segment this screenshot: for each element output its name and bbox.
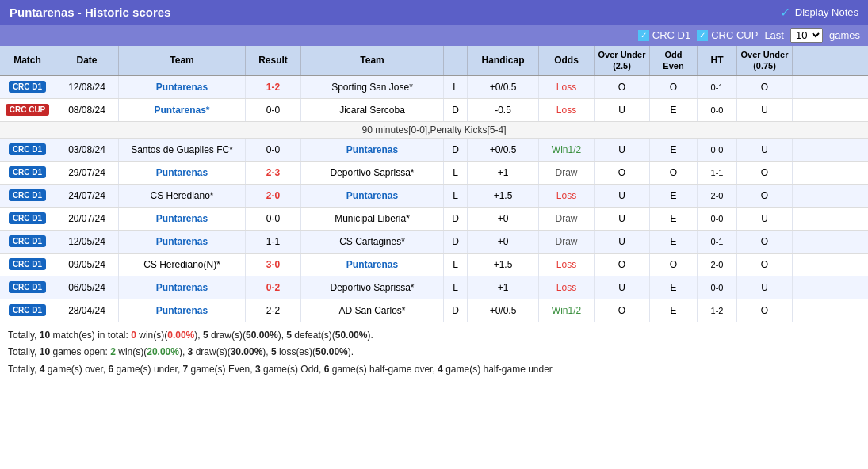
date-cell: 24/07/24 bbox=[55, 185, 119, 207]
handicap-cell: -0.5 bbox=[468, 99, 539, 121]
indicator-cell: L bbox=[444, 185, 468, 207]
home-team-cell[interactable]: Puntarenas bbox=[119, 162, 246, 184]
badge-cell: CRC D1 bbox=[0, 231, 55, 253]
away-team-cell[interactable]: Puntarenas bbox=[301, 254, 444, 276]
away-team-cell[interactable]: Jicaral Sercoba bbox=[301, 99, 444, 121]
s3-under: 6 bbox=[109, 364, 114, 375]
badge-cell: CRC D1 bbox=[0, 162, 55, 184]
badge-cell: CRC D1 bbox=[0, 76, 55, 98]
result-cell[interactable]: 2-3 bbox=[246, 162, 301, 184]
col-indicator bbox=[444, 46, 468, 75]
league-badge: CRC D1 bbox=[9, 81, 46, 93]
ou25-cell: U bbox=[595, 185, 650, 207]
home-team-cell[interactable]: Puntarenas* bbox=[119, 99, 246, 121]
filter-bar: ✓ CRC D1 ✓ CRC CUP Last 10 20 30 games bbox=[0, 25, 868, 46]
oe-cell: O bbox=[650, 162, 698, 184]
s3-hgover: 6 bbox=[324, 364, 330, 375]
home-team-cell[interactable]: Puntarenas bbox=[119, 208, 246, 230]
ht-cell: 0-0 bbox=[698, 276, 737, 299]
ht-cell: 0-1 bbox=[698, 231, 737, 253]
result-cell[interactable]: 0-0 bbox=[246, 208, 301, 230]
ht-cell: 1-1 bbox=[698, 162, 737, 184]
result-cell[interactable]: 1-1 bbox=[246, 231, 301, 253]
last-games-select[interactable]: 10 20 30 bbox=[790, 28, 823, 43]
result-cell[interactable]: 2-0 bbox=[246, 185, 301, 207]
handicap-cell: +1 bbox=[468, 162, 539, 184]
away-team-cell[interactable]: Puntarenas bbox=[301, 185, 444, 207]
table-row: CRC D120/07/24Puntarenas0-0Municipal Lib… bbox=[0, 208, 868, 231]
home-team-cell[interactable]: Puntarenas bbox=[119, 299, 246, 322]
date-cell: 08/08/24 bbox=[55, 99, 119, 121]
home-team-cell[interactable]: CS Herediano(N)* bbox=[119, 254, 246, 276]
away-team-cell[interactable]: Puntarenas bbox=[301, 139, 444, 161]
away-team-cell[interactable]: Deportivo Saprissa* bbox=[301, 162, 444, 184]
league-badge: CRC D1 bbox=[9, 143, 46, 155]
col-date: Date bbox=[55, 46, 119, 75]
ht-cell: 0-0 bbox=[698, 139, 737, 161]
badge-cell: CRC D1 bbox=[0, 276, 55, 299]
home-team-cell[interactable]: Puntarenas bbox=[119, 231, 246, 253]
s1-wins: 0 bbox=[131, 330, 136, 341]
ht-cell: 2-0 bbox=[698, 185, 737, 207]
indicator-cell: L bbox=[444, 162, 468, 184]
display-notes-label[interactable]: Display Notes bbox=[795, 6, 858, 18]
home-team-cell[interactable]: Puntarenas bbox=[119, 276, 246, 299]
away-team-cell[interactable]: Sporting San Jose* bbox=[301, 76, 444, 98]
oe-cell: E bbox=[650, 99, 698, 121]
s2-losses: 5 bbox=[271, 346, 277, 357]
odds-cell: Loss bbox=[539, 276, 595, 299]
ou075-cell: O bbox=[737, 185, 793, 207]
date-cell: 20/07/24 bbox=[55, 208, 119, 230]
indicator-cell: L bbox=[444, 254, 468, 276]
crc-cup-checkbox[interactable]: ✓ bbox=[697, 30, 708, 41]
away-team-cell[interactable]: CS Cartagines* bbox=[301, 231, 444, 253]
away-team-cell[interactable]: Municipal Liberia* bbox=[301, 208, 444, 230]
crc-d1-checkbox[interactable]: ✓ bbox=[638, 30, 649, 41]
badge-cell: CRC CUP bbox=[0, 99, 55, 121]
odds-cell: Loss bbox=[539, 99, 595, 121]
home-team-cell[interactable]: Puntarenas bbox=[119, 76, 246, 98]
badge-cell: CRC D1 bbox=[0, 208, 55, 230]
away-team-cell[interactable]: Deportivo Saprissa* bbox=[301, 276, 444, 299]
result-cell[interactable]: 0-0 bbox=[246, 139, 301, 161]
table-row: CRC D106/05/24Puntarenas0-2Deportivo Sap… bbox=[0, 276, 868, 299]
ou25-cell: O bbox=[595, 162, 650, 184]
col-ou075: Over Under (0.75) bbox=[737, 46, 793, 75]
date-cell: 28/04/24 bbox=[55, 299, 119, 322]
oe-cell: E bbox=[650, 208, 698, 230]
handicap-cell: +0/0.5 bbox=[468, 299, 539, 322]
result-cell[interactable]: 0-0 bbox=[246, 99, 301, 121]
col-match: Match bbox=[0, 46, 55, 75]
ou25-cell: O bbox=[595, 76, 650, 98]
away-team-cell[interactable]: AD San Carlos* bbox=[301, 299, 444, 322]
odds-cell: Loss bbox=[539, 254, 595, 276]
league-badge: CRC D1 bbox=[9, 281, 46, 293]
badge-cell: CRC D1 bbox=[0, 299, 55, 322]
oe-cell: E bbox=[650, 299, 698, 322]
s3-hgunder: 4 bbox=[438, 364, 443, 375]
ou075-cell: O bbox=[737, 254, 793, 276]
ht-cell: 1-2 bbox=[698, 299, 737, 322]
table-row: CRC D109/05/24CS Herediano(N)*3-0Puntare… bbox=[0, 254, 868, 276]
result-cell[interactable]: 1-2 bbox=[246, 76, 301, 98]
result-cell[interactable]: 2-2 bbox=[246, 299, 301, 322]
result-cell[interactable]: 3-0 bbox=[246, 254, 301, 276]
ht-cell: 0-0 bbox=[698, 208, 737, 230]
s3-even: 7 bbox=[183, 364, 189, 375]
crc-d1-filter[interactable]: ✓ CRC D1 bbox=[638, 29, 690, 41]
home-team-cell[interactable]: CS Herediano* bbox=[119, 185, 246, 207]
ou075-cell: U bbox=[737, 276, 793, 299]
crc-cup-filter[interactable]: ✓ CRC CUP bbox=[697, 29, 758, 41]
ou25-cell: U bbox=[595, 139, 650, 161]
result-cell[interactable]: 0-2 bbox=[246, 276, 301, 299]
s2-wins-pct: 20.00% bbox=[147, 346, 179, 357]
home-team-cell[interactable]: Santos de Guapiles FC* bbox=[119, 139, 246, 161]
oe-cell: O bbox=[650, 254, 698, 276]
penalty-note-row: 90 minutes[0-0],Penalty Kicks[5-4] bbox=[0, 122, 868, 139]
oe-cell: E bbox=[650, 276, 698, 299]
summary-section: Totally, 10 match(es) in total: 0 win(s)… bbox=[0, 322, 868, 383]
handicap-cell: +0/0.5 bbox=[468, 76, 539, 98]
page-header: Puntarenas - Historic scores ✓ Display N… bbox=[0, 0, 868, 25]
date-cell: 29/07/24 bbox=[55, 162, 119, 184]
ou075-cell: U bbox=[737, 99, 793, 121]
